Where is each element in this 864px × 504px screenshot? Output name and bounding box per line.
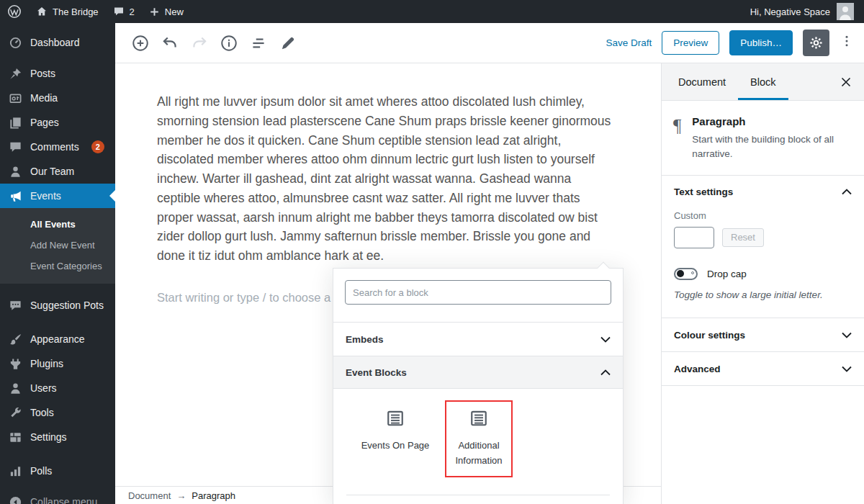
pages-icon <box>9 116 22 130</box>
sidebar-item-label: Polls <box>30 465 52 477</box>
block-card-description: Start with the building block of all nar… <box>692 132 849 162</box>
drop-cap-toggle[interactable] <box>674 268 698 280</box>
wordpress-logo-menu[interactable] <box>0 0 29 23</box>
sidebar-item-settings[interactable]: Settings <box>0 425 115 449</box>
block-search-input[interactable] <box>345 280 611 305</box>
breadcrumb-current[interactable]: Paragraph <box>192 490 235 501</box>
comments-icon <box>9 140 22 154</box>
editor-toolbar: Save Draft Preview Publish… <box>115 23 864 63</box>
sidebar-item-label: Events <box>30 190 61 202</box>
sidebar-item-label: Settings <box>30 431 67 443</box>
inserter-panel-embeds[interactable]: Embeds <box>333 322 623 356</box>
sidebar-item-label: Collapse menu <box>30 496 97 504</box>
custom-size-input[interactable] <box>674 227 714 248</box>
plus-icon <box>149 6 160 17</box>
sidebar-item-media[interactable]: Media <box>0 86 115 110</box>
sidebar-item-dashboard[interactable]: Dashboard <box>0 30 115 55</box>
sidebar-item-label: Tools <box>30 407 54 418</box>
admin-bar-new[interactable]: New <box>142 0 191 23</box>
comment-bubble-icon <box>113 6 125 17</box>
chevron-down-icon <box>600 336 611 343</box>
wrench-icon <box>9 406 22 420</box>
block-navigation-icon[interactable] <box>249 34 268 53</box>
submenu-item-all-events[interactable]: All Events <box>0 214 115 235</box>
chevron-up-icon <box>600 369 611 376</box>
sidebar-item-appearance[interactable]: Appearance <box>0 327 115 351</box>
sidebar-item-users[interactable]: Users <box>0 376 115 400</box>
sidebar-item-events[interactable]: Events <box>0 184 115 208</box>
submenu-label: Event Categories <box>30 261 102 271</box>
sidebar-item-collapse-menu[interactable]: Collapse menu <box>0 490 115 504</box>
add-block-icon[interactable] <box>131 34 150 53</box>
more-menu-icon[interactable] <box>840 34 854 53</box>
chevron-down-icon <box>842 332 852 338</box>
submenu-item-add-new-event[interactable]: Add New Event <box>0 235 115 256</box>
plug-icon <box>9 357 22 371</box>
bar-chart-icon <box>9 464 22 478</box>
advanced-header[interactable]: Advanced <box>662 352 864 385</box>
admin-bar-comments[interactable]: 2 <box>106 0 142 23</box>
panel-label: Embeds <box>346 334 384 345</box>
tab-document[interactable]: Document <box>666 63 738 100</box>
sidebar-item-polls[interactable]: Polls <box>0 459 115 483</box>
undo-icon[interactable] <box>161 34 179 53</box>
panel-title: Colour settings <box>674 330 745 341</box>
megaphone-icon <box>9 189 22 203</box>
sidebar-item-label: Appearance <box>30 333 85 345</box>
site-name-link[interactable]: The Bridge <box>29 0 106 23</box>
inserter-panel-event-blocks[interactable]: Event Blocks <box>333 356 623 389</box>
sidebar-item-pages[interactable]: Pages <box>0 110 115 135</box>
text-settings-panel: Text settings Custom Reset Drop cap Togg… <box>662 176 864 319</box>
comments-count-badge: 2 <box>91 140 104 153</box>
sidebar-item-comments[interactable]: Comments 2 <box>0 135 115 159</box>
sidebar-item-posts[interactable]: Posts <box>0 61 115 86</box>
submenu-label: All Events <box>30 219 76 230</box>
edit-pencil-icon[interactable] <box>279 34 297 53</box>
block-type-events-on-page[interactable]: Events On Page <box>352 400 438 462</box>
admin-bar: The Bridge 2 New Hi, Negative Space <box>0 0 864 23</box>
chevron-up-icon <box>842 189 852 195</box>
sidebar-item-label: Users <box>30 382 57 394</box>
block-card-title: Paragraph <box>692 115 849 127</box>
chat-dots-icon <box>9 299 22 312</box>
sidebar-item-suggestion-pots[interactable]: Suggestion Pots <box>0 293 115 318</box>
block-type-additional-information[interactable]: Additional Information <box>445 400 513 477</box>
preview-button[interactable]: Preview <box>662 31 719 55</box>
media-icon <box>9 91 22 105</box>
text-settings-header[interactable]: Text settings <box>662 176 864 209</box>
sidebar-item-plugins[interactable]: Plugins <box>0 351 115 376</box>
drop-cap-label: Drop cap <box>707 269 747 279</box>
pushpin-icon <box>9 67 22 81</box>
save-draft-button[interactable]: Save Draft <box>606 37 652 48</box>
publish-button[interactable]: Publish… <box>729 30 793 55</box>
sidebar-item-label: Plugins <box>30 358 63 369</box>
sidebar-item-our-team[interactable]: Our Team <box>0 159 115 184</box>
block-type-label: Events On Page <box>361 438 430 454</box>
person-icon <box>9 165 22 179</box>
wordpress-logo-icon <box>7 4 22 19</box>
redo-icon[interactable] <box>190 34 209 53</box>
info-icon[interactable] <box>220 34 238 53</box>
site-name: The Bridge <box>53 6 99 17</box>
reset-button[interactable]: Reset <box>722 228 764 247</box>
block-type-label: Additional Information <box>448 438 510 469</box>
active-menu-arrow <box>109 190 115 202</box>
avatar[interactable] <box>837 3 854 20</box>
custom-size-label: Custom <box>674 210 852 221</box>
tab-block[interactable]: Block <box>738 63 788 100</box>
submenu-label: Add New Event <box>30 240 95 251</box>
sidebar-item-tools[interactable]: Tools <box>0 400 115 425</box>
account-greeting[interactable]: Hi, Negative Space <box>750 6 830 17</box>
settings-gear-button[interactable] <box>803 30 829 56</box>
sidebar-item-label: Posts <box>30 68 55 79</box>
paragraph-block[interactable]: All right me luvver ipsum dolor sit amet… <box>157 92 618 266</box>
breadcrumb-root[interactable]: Document <box>128 490 171 501</box>
submenu-item-event-categories[interactable]: Event Categories <box>0 256 115 276</box>
colour-settings-header[interactable]: Colour settings <box>662 318 864 351</box>
panel-title: Text settings <box>674 186 733 197</box>
close-icon[interactable] <box>840 76 852 89</box>
block-info-card: ¶ Paragraph Start with the building bloc… <box>662 101 864 176</box>
sidebar-item-label: Pages <box>30 117 59 128</box>
block-placeholder-text[interactable]: Start writing or type / to choose a bloc… <box>157 291 361 305</box>
home-icon <box>36 6 48 17</box>
